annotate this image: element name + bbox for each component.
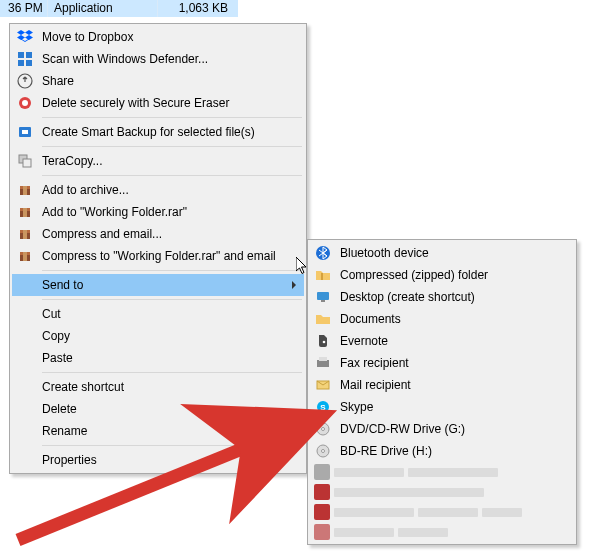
sendto-documents[interactable]: Documents <box>310 308 574 330</box>
blank-icon <box>16 305 34 323</box>
sendto-bdre-drive[interactable]: BD-RE Drive (H:) <box>310 440 574 462</box>
menu-send-to[interactable]: Send to <box>12 274 304 296</box>
sendto-desktop[interactable]: Desktop (create shortcut) <box>310 286 574 308</box>
mail-icon <box>314 376 332 394</box>
menu-add-archive[interactable]: Add to archive... <box>12 179 304 201</box>
skype-icon: S <box>314 398 332 416</box>
svg-point-30 <box>322 428 325 431</box>
menu-label: Share <box>42 74 282 88</box>
blank-icon <box>16 378 34 396</box>
menu-label: Evernote <box>340 334 552 348</box>
menu-label: Create shortcut <box>42 380 282 394</box>
blank-icon <box>16 327 34 345</box>
menu-label: Compress and email... <box>42 227 282 241</box>
svg-point-23 <box>323 341 326 344</box>
menu-share[interactable]: Share <box>12 70 304 92</box>
menu-delete-secure[interactable]: Delete securely with Secure Eraser <box>12 92 304 114</box>
sendto-skype[interactable]: S Skype <box>310 396 574 418</box>
blank-icon <box>16 422 34 440</box>
menu-add-working-rar[interactable]: Add to "Working Folder.rar" <box>12 201 304 223</box>
defender-icon <box>16 50 34 68</box>
svg-rect-12 <box>23 208 27 217</box>
menu-delete[interactable]: Delete <box>12 398 304 420</box>
menu-move-to-dropbox[interactable]: Move to Dropbox <box>12 26 304 48</box>
menu-teracopy[interactable]: TeraCopy... <box>12 150 304 172</box>
menu-scan-defender[interactable]: Scan with Windows Defender... <box>12 48 304 70</box>
svg-rect-20 <box>321 273 323 280</box>
separator <box>42 372 302 373</box>
winrar-icon <box>16 247 34 265</box>
menu-label: TeraCopy... <box>42 154 282 168</box>
svg-rect-25 <box>319 357 327 361</box>
menu-copy[interactable]: Copy <box>12 325 304 347</box>
svg-point-32 <box>322 450 325 453</box>
bluetooth-icon <box>314 244 332 262</box>
mouse-cursor-icon <box>296 257 312 280</box>
menu-rename[interactable]: Rename <box>12 420 304 442</box>
svg-rect-22 <box>321 300 325 302</box>
menu-paste[interactable]: Paste <box>12 347 304 369</box>
disc-drive-icon <box>314 442 332 460</box>
svg-rect-21 <box>317 292 329 300</box>
menu-label: Rename <box>42 424 282 438</box>
separator <box>42 117 302 118</box>
separator <box>42 445 302 446</box>
sendto-mail[interactable]: Mail recipient <box>310 374 574 396</box>
sendto-fax[interactable]: Fax recipient <box>310 352 574 374</box>
menu-label: Desktop (create shortcut) <box>340 290 552 304</box>
submenu-arrow-icon <box>292 281 296 289</box>
menu-label: Fax recipient <box>340 356 552 370</box>
dropbox-icon <box>16 28 34 46</box>
separator <box>42 270 302 271</box>
sendto-dvd-drive[interactable]: DVD/CD-RW Drive (G:) <box>310 418 574 440</box>
disc-drive-icon <box>314 420 332 438</box>
menu-create-shortcut[interactable]: Create shortcut <box>12 376 304 398</box>
menu-label: Documents <box>340 312 552 326</box>
desktop-icon <box>314 288 332 306</box>
zip-folder-icon <box>314 266 332 284</box>
menu-compress-email[interactable]: Compress and email... <box>12 223 304 245</box>
menu-label: Mail recipient <box>340 378 552 392</box>
file-list-row-selected[interactable]: 36 PM Application 1,063 KB <box>0 0 238 17</box>
svg-rect-18 <box>23 252 27 261</box>
menu-label: Scan with Windows Defender... <box>42 52 282 66</box>
sendto-redacted-item[interactable] <box>310 522 574 542</box>
svg-rect-24 <box>317 360 329 367</box>
svg-rect-6 <box>23 159 31 167</box>
sendto-compressed[interactable]: Compressed (zipped) folder <box>310 264 574 286</box>
menu-label: Move to Dropbox <box>42 30 282 44</box>
evernote-icon <box>314 332 332 350</box>
menu-cut[interactable]: Cut <box>12 303 304 325</box>
sendto-redacted-item[interactable] <box>310 502 574 522</box>
separator <box>42 175 302 176</box>
sendto-redacted-item[interactable] <box>310 482 574 502</box>
svg-rect-4 <box>22 130 28 134</box>
cell-type: Application <box>48 0 158 17</box>
menu-compress-working-email[interactable]: Compress to "Working Folder.rar" and ema… <box>12 245 304 267</box>
share-icon <box>16 72 34 90</box>
menu-properties[interactable]: Properties <box>12 449 304 471</box>
separator <box>42 299 302 300</box>
winrar-icon <box>16 225 34 243</box>
menu-label: Compress to "Working Folder.rar" and ema… <box>42 249 282 263</box>
svg-point-2 <box>22 100 28 106</box>
sendto-evernote[interactable]: Evernote <box>310 330 574 352</box>
menu-label: Delete securely with Secure Eraser <box>42 96 282 110</box>
blank-icon <box>16 276 34 294</box>
menu-label: Skype <box>340 400 552 414</box>
separator <box>42 146 302 147</box>
menu-smart-backup[interactable]: Create Smart Backup for selected file(s) <box>12 121 304 143</box>
sendto-redacted-item[interactable] <box>310 462 574 482</box>
sendto-bluetooth[interactable]: Bluetooth device <box>310 242 574 264</box>
documents-icon <box>314 310 332 328</box>
blank-icon <box>16 451 34 469</box>
context-menu: Move to Dropbox Scan with Windows Defend… <box>9 23 307 474</box>
menu-label: Create Smart Backup for selected file(s) <box>42 125 282 139</box>
backup-icon <box>16 123 34 141</box>
menu-label: Add to archive... <box>42 183 282 197</box>
menu-label: Compressed (zipped) folder <box>340 268 552 282</box>
menu-label: Paste <box>42 351 282 365</box>
blank-icon <box>16 349 34 367</box>
menu-label: Send to <box>42 278 282 292</box>
menu-label: BD-RE Drive (H:) <box>340 444 552 458</box>
